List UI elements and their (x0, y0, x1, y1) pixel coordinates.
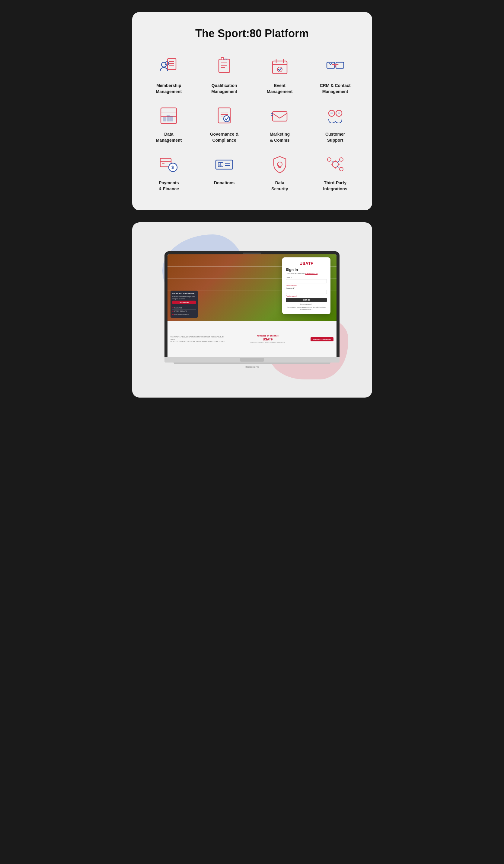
email-error: Field is required (286, 285, 327, 286)
payments-icon: $ (157, 152, 181, 177)
usatf-logo: USATF (286, 261, 327, 266)
svg-point-53 (328, 158, 331, 161)
platform-card: The Sport:80 Platform MembershipManageme… (132, 12, 372, 210)
signin-button[interactable]: SIGN IN (286, 298, 327, 302)
customer-support-icon (323, 104, 347, 128)
feature-data-management: DataManagement (144, 104, 194, 143)
nav-dot (172, 311, 173, 312)
svg-line-58 (337, 166, 340, 168)
signin-subtitle: Don't have an account? Create account (286, 273, 327, 274)
feature-crm: CRM & ContactManagement (310, 55, 360, 95)
qualification-label: QualificationManagement (211, 83, 237, 95)
svg-line-56 (331, 161, 333, 163)
nav-event-results[interactable]: EVENT RESULTS (172, 309, 196, 313)
governance-icon (212, 104, 236, 128)
feature-payments: $ Payments& Finance (144, 152, 194, 192)
nav-upcoming-events[interactable]: UPCOMING EVENTS (172, 313, 196, 316)
laptop-screen-outer: Individual Membership Click the button b… (164, 251, 340, 357)
contact-support-button[interactable]: CONTACT SUPPORT (310, 337, 333, 341)
customer-support-label: CustomerSupport (325, 131, 345, 143)
membership-label: MembershipManagement (156, 83, 182, 95)
marketing-label: Marketing& Comms (270, 131, 290, 143)
join-button[interactable]: JOIN NOW (172, 301, 196, 304)
data-management-icon (157, 104, 181, 128)
feature-donations: $ Donations (199, 152, 249, 192)
email-input[interactable] (286, 279, 327, 283)
feature-governance: Governance &Compliance (199, 104, 249, 143)
laptop-hinge (240, 358, 264, 362)
data-security-icon (268, 152, 292, 177)
feature-qualification: QualificationManagement (199, 55, 249, 95)
svg-rect-22 (163, 118, 166, 121)
laptop-screen-inner: Individual Membership Click the button b… (168, 254, 336, 357)
laptop-section: Individual Membership Click the button b… (132, 223, 372, 398)
track-background: Individual Membership Click the button b… (168, 254, 336, 321)
svg-rect-24 (171, 116, 173, 121)
membership-panel: Individual Membership Click the button b… (171, 291, 198, 318)
password-label: Password * (286, 287, 327, 289)
svg-rect-23 (167, 115, 169, 121)
laptop-wrapper: Individual Membership Click the button b… (164, 251, 340, 368)
data-management-label: DataManagement (156, 131, 182, 143)
screen-footer: USA TRACK & FIELD, 132 EAST WASHINGTON S… (168, 321, 336, 357)
membership-panel-desc: Click the button below to join now or si… (172, 296, 196, 300)
feature-membership: MembershipManagement (144, 55, 194, 95)
nav-dot (172, 314, 173, 315)
svg-point-34 (336, 110, 342, 116)
feature-third-party: Third-PartyIntegrations (310, 152, 360, 192)
forgot-password-link[interactable]: Forgot password? (286, 303, 327, 305)
terms-text: By continuing you are agreeing to our Te… (286, 306, 327, 311)
donations-label: Donations (214, 180, 234, 186)
nav-rankings[interactable]: RANKINGS (172, 306, 196, 309)
laptop-base (164, 357, 340, 362)
svg-point-29 (224, 116, 230, 122)
features-grid: MembershipManagement QualificationManage… (144, 55, 360, 192)
donations-icon: $ (212, 152, 236, 177)
powered-by: POWERED BY SPORT:80 (257, 335, 279, 337)
membership-panel-title: Individual Membership (172, 292, 196, 295)
feature-marketing: Marketing& Comms (255, 104, 305, 143)
platform-title: The Sport:80 Platform (144, 27, 360, 40)
password-error: Field is required (286, 295, 327, 297)
feature-customer-support: CustomerSupport (310, 104, 360, 143)
create-account-link[interactable]: Create account (305, 273, 318, 274)
footer-center: POWERED BY SPORT:80 USATF COPYRIGHT © 20… (250, 335, 285, 344)
membership-icon (157, 55, 181, 79)
svg-rect-17 (327, 62, 335, 68)
svg-rect-30 (272, 111, 287, 121)
svg-text:$: $ (219, 163, 222, 167)
nav-dot (172, 307, 173, 309)
svg-point-54 (340, 158, 343, 161)
qualification-icon (212, 55, 236, 79)
password-input[interactable] (286, 290, 327, 294)
svg-line-57 (337, 161, 340, 163)
third-party-icon (323, 152, 347, 177)
event-icon (268, 55, 292, 79)
usatf-logo-sm: USATF (263, 338, 273, 341)
data-security-label: DataSecurity (271, 180, 288, 192)
event-label: EventManagement (267, 83, 293, 95)
signin-panel: USATF Sign in Don't have an account? Cre… (282, 257, 331, 314)
svg-rect-6 (219, 59, 230, 72)
marketing-icon (268, 104, 292, 128)
email-label: Email * (286, 277, 327, 278)
feature-data-security: DataSecurity (255, 152, 305, 192)
svg-point-33 (329, 110, 335, 116)
governance-label: Governance &Compliance (210, 131, 239, 143)
footer-copyright: COPYRIGHT © 2023. ALL RIGHTS RESERVED. S… (250, 342, 285, 344)
svg-text:$: $ (171, 165, 174, 170)
third-party-label: Third-PartyIntegrations (323, 180, 347, 192)
laptop-bottom (173, 362, 331, 364)
svg-rect-11 (221, 57, 224, 60)
payments-label: Payments& Finance (159, 180, 179, 192)
svg-point-49 (277, 162, 282, 167)
signin-title: Sign in (286, 268, 327, 272)
usatf-logo-icon: USATF (286, 261, 327, 266)
crm-icon (323, 55, 347, 79)
svg-point-55 (340, 167, 343, 171)
svg-rect-18 (336, 62, 344, 68)
laptop-model: MacBook Pro (164, 365, 340, 368)
feature-event: EventManagement (255, 55, 305, 95)
crm-label: CRM & ContactManagement (320, 83, 351, 95)
footer-address: USA TRACK & FIELD, 132 EAST WASHINGTON S… (171, 336, 225, 343)
